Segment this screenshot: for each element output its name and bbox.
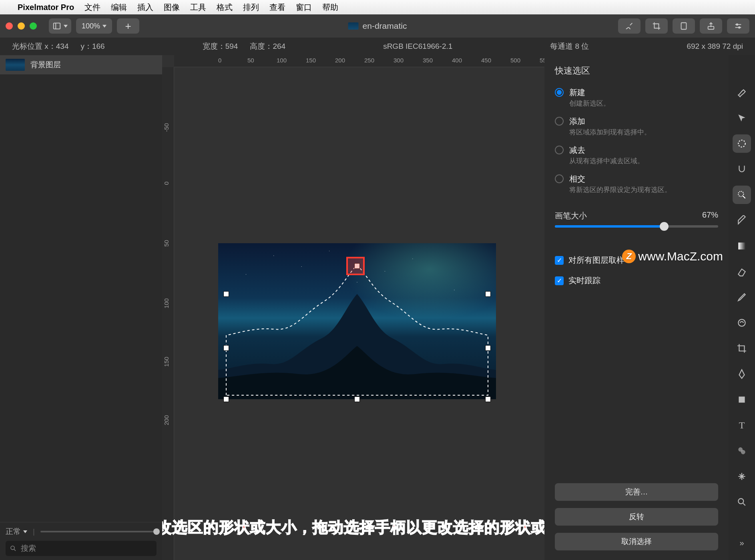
canvas[interactable]: 0501001502002503003504004505005506006507…	[162, 55, 544, 560]
handle-mr[interactable]	[485, 345, 491, 351]
effects-tool-icon[interactable]	[733, 442, 751, 460]
toolbar: 100% + en-dramatic	[0, 14, 755, 38]
menu-tools[interactable]: 工具	[190, 2, 206, 13]
svg-rect-12	[738, 242, 745, 249]
mode-add[interactable]: 添加将区域添加到现有选择中。	[555, 116, 718, 137]
zoom-dropdown[interactable]: 100%	[76, 18, 112, 34]
blend-mode-dropdown[interactable]: 正常	[6, 526, 27, 537]
layer-search[interactable]: 搜索	[6, 541, 157, 556]
add-button[interactable]: +	[117, 18, 139, 34]
marquee-tool-icon[interactable]	[733, 134, 751, 153]
menu-edit[interactable]: 编辑	[111, 2, 127, 13]
fullscreen-button[interactable]	[30, 22, 37, 30]
app-name[interactable]: Pixelmator Pro	[18, 3, 74, 12]
menu-insert[interactable]: 插入	[137, 2, 153, 13]
handle-tr[interactable]	[485, 291, 491, 297]
shape-tool-icon[interactable]	[733, 390, 751, 409]
svg-point-8	[11, 546, 14, 550]
radio-icon	[555, 117, 564, 126]
svg-line-9	[14, 549, 16, 551]
svg-line-18	[743, 503, 745, 505]
svg-point-17	[738, 498, 743, 504]
deselect-button[interactable]: 取消选择	[555, 533, 718, 550]
close-button[interactable]	[6, 22, 13, 30]
opacity-slider[interactable]	[40, 531, 157, 532]
svg-point-6	[736, 24, 738, 26]
svg-point-16	[741, 450, 745, 454]
text-tool-icon[interactable]: T	[733, 416, 751, 434]
search-icon	[10, 545, 17, 552]
style-tool-icon[interactable]	[733, 83, 751, 102]
brush-toolbar-button[interactable]	[618, 18, 641, 34]
handle-bm[interactable]	[354, 396, 360, 402]
handle-ml[interactable]	[223, 345, 229, 351]
ruler-vertical: -50050100150200	[162, 67, 174, 560]
menu-arrange[interactable]: 排列	[243, 2, 259, 13]
svg-rect-2	[681, 23, 687, 30]
sidebar-toggle-button[interactable]	[49, 18, 71, 34]
document-title: en-dramatic	[348, 21, 407, 31]
quickselect-tool-icon[interactable]	[733, 186, 751, 204]
minimize-button[interactable]	[18, 22, 25, 30]
layer-name: 背景图层	[30, 60, 61, 70]
panel-title: 快速选区	[555, 65, 718, 77]
move-tool-icon[interactable]	[733, 109, 751, 127]
brush-size-slider[interactable]	[555, 225, 718, 228]
mode-intersect[interactable]: 相交将新选区的界限设定为现有选区。	[555, 174, 718, 194]
menu-file[interactable]: 文件	[84, 2, 100, 13]
svg-point-7	[739, 27, 740, 28]
watermark: Z www.MacZ.com	[622, 250, 723, 263]
invert-button[interactable]: 反转	[555, 508, 718, 526]
handle-tl[interactable]	[223, 291, 229, 297]
ruler-horizontal: 0501001502002503003504004505005506006507…	[174, 55, 544, 67]
menu-help[interactable]: 帮助	[322, 2, 338, 13]
window-controls	[6, 22, 37, 30]
document-icon	[348, 22, 359, 30]
settings-toolbar-button[interactable]	[727, 18, 749, 34]
menu-image[interactable]: 图像	[164, 2, 180, 13]
menubar: Pixelmator Pro 文件 编辑 插入 图像 工具 格式 排列 查看 窗…	[0, 0, 755, 14]
gradient-tool-icon[interactable]	[733, 237, 751, 255]
radio-icon	[555, 174, 564, 183]
warp-tool-icon[interactable]	[733, 314, 751, 332]
tool-strip: T »	[729, 55, 755, 560]
pen-tool-icon[interactable]	[733, 365, 751, 383]
zoom-tool-icon[interactable]	[733, 493, 751, 511]
more-tools-icon[interactable]: »	[733, 534, 751, 552]
watermark-logo-icon: Z	[622, 250, 636, 263]
menu-view[interactable]: 查看	[269, 2, 285, 13]
mode-new[interactable]: 新建创建新选区。	[555, 87, 718, 108]
svg-rect-14	[739, 396, 745, 402]
sparkle-tool-icon[interactable]	[733, 467, 751, 486]
svg-point-13	[738, 319, 745, 326]
tool-options-panel: 快速选区 新建创建新选区。 添加将区域添加到现有选择中。 减去从现有选择中减去区…	[544, 55, 729, 560]
radio-icon	[555, 146, 564, 154]
colorpicker-tool-icon[interactable]	[733, 288, 751, 306]
share-toolbar-button[interactable]	[700, 18, 722, 34]
erase-tool-icon[interactable]	[733, 262, 751, 281]
paint-tool-icon[interactable]	[733, 211, 751, 230]
menu-format[interactable]: 格式	[217, 2, 233, 13]
magnetic-tool-icon[interactable]	[733, 160, 751, 178]
refine-button[interactable]: 完善…	[555, 483, 718, 501]
handle-br[interactable]	[485, 396, 491, 402]
crop-toolbar-button[interactable]	[645, 18, 668, 34]
layers-panel: 背景图层 正常 | 搜索	[0, 55, 162, 560]
handle-bl[interactable]	[223, 396, 229, 402]
svg-rect-0	[54, 23, 60, 29]
radio-icon	[555, 88, 564, 97]
live-tracking-checkbox[interactable]: ✓实时跟踪	[555, 275, 718, 286]
layer-row[interactable]: 背景图层	[0, 55, 162, 74]
infobar: 光标位置 x：434 y：166 宽度：594 高度：264 sRGB IEC6…	[0, 38, 755, 55]
caption-overlay: 更改选区的形状或大小，拖动选择手柄以更改选择的形状或大小	[162, 517, 544, 538]
page-toolbar-button[interactable]	[673, 18, 695, 34]
layer-thumbnail	[6, 59, 25, 71]
crop-tool-icon[interactable]	[733, 339, 751, 358]
highlight-marker	[346, 257, 365, 275]
svg-point-10	[738, 140, 745, 147]
menu-window[interactable]: 窗口	[296, 2, 312, 13]
mode-subtract[interactable]: 减去从现有选择中减去区域。	[555, 145, 718, 166]
